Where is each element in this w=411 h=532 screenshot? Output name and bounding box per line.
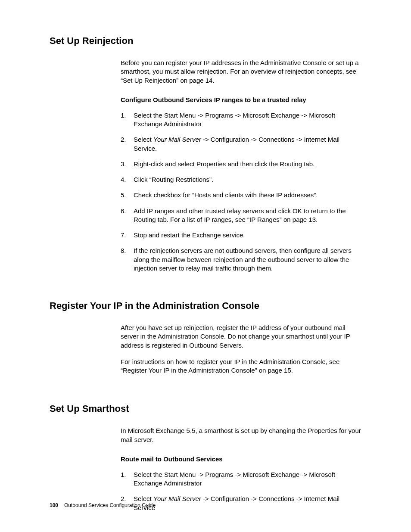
step-item: Select the Start Menu -> Programs -> Mic… <box>121 470 361 488</box>
section3-intro: In Microsoft Exchange 5.5, a smarthost i… <box>121 426 361 444</box>
step-item: Stop and restart the Exchange service. <box>121 231 361 240</box>
page-number: 100 <box>50 502 58 508</box>
section2-p1: After you have set up reinjection, regis… <box>121 324 361 350</box>
section2-p2: For instructions on how to register your… <box>121 358 361 375</box>
step-item: Check checkbox for “Hosts and clients wi… <box>121 191 361 199</box>
step-text: Select <box>134 136 153 143</box>
step-item: Select Your Mail Server -> Configuration… <box>121 495 361 512</box>
section1-intro: Before you can register your IP addresse… <box>121 59 361 85</box>
section1-content: Before you can register your IP addresse… <box>121 59 361 273</box>
heading-register-ip: Register Your IP in the Administration C… <box>50 300 361 311</box>
footer-title: Outbound Services Configuration Guide <box>64 502 156 508</box>
step-item: Select the Start Menu -> Programs -> Mic… <box>121 111 361 129</box>
page-footer: 100Outbound Services Configuration Guide <box>50 502 156 508</box>
step-item: Click “Routing Restrictions”. <box>121 175 361 184</box>
heading-set-up-reinjection: Set Up Reinjection <box>50 35 361 47</box>
section1-subheading: Configure Outbound Services IP ranges to… <box>121 96 361 103</box>
step-italic: Your Mail Server <box>153 136 201 143</box>
section2-content: After you have set up reinjection, regis… <box>121 324 361 375</box>
section3-subheading: Route mail to Outbound Services <box>121 455 361 463</box>
step-item: Select Your Mail Server -> Configuration… <box>121 135 361 153</box>
step-text: Select <box>134 495 153 502</box>
step-italic: Your Mail Server <box>153 495 201 502</box>
document-page: Set Up Reinjection Before you can regist… <box>0 0 411 512</box>
section3-content: In Microsoft Exchange 5.5, a smarthost i… <box>121 426 361 512</box>
heading-set-up-smarthost: Set Up Smarthost <box>50 403 361 414</box>
step-item: Right-click and select Properties and th… <box>121 160 361 168</box>
step-item: Add IP ranges and other trusted relay se… <box>121 207 361 224</box>
step-item: If the reinjection servers are not outbo… <box>121 246 361 273</box>
section3-steps: Select the Start Menu -> Programs -> Mic… <box>121 470 361 512</box>
section1-steps: Select the Start Menu -> Programs -> Mic… <box>121 111 361 273</box>
